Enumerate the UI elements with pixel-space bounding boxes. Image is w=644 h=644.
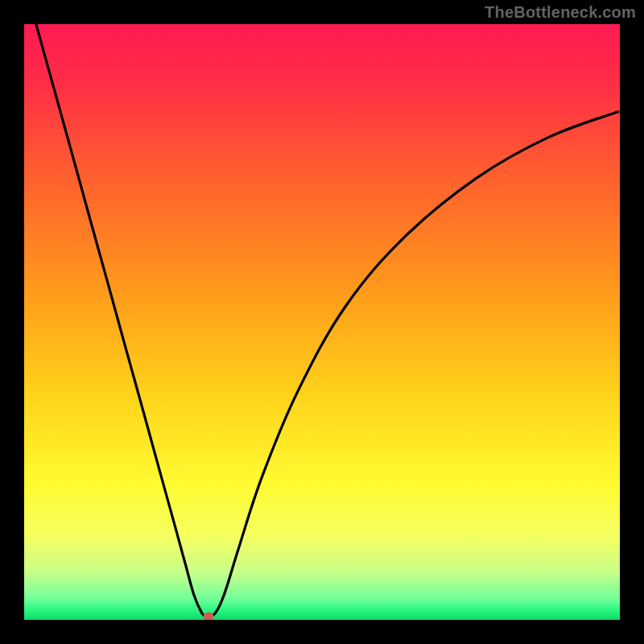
bottleneck-curve <box>36 24 618 617</box>
minimum-point-marker <box>204 613 214 620</box>
plot-area <box>24 24 620 620</box>
watermark-label: TheBottleneck.com <box>485 3 636 22</box>
curve-layer <box>24 24 620 620</box>
chart-frame: TheBottleneck.com <box>0 0 644 644</box>
